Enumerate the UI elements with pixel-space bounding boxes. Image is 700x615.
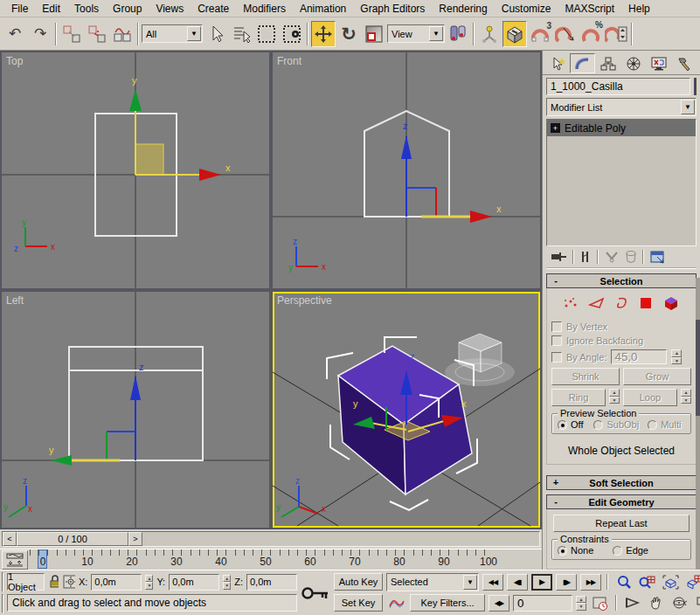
tab-utilities-icon[interactable] (671, 53, 697, 73)
make-unique-icon[interactable] (604, 250, 620, 264)
arc-rotate-icon[interactable] (669, 595, 690, 612)
time-slider-handle[interactable]: 0 / 100 (17, 532, 128, 546)
select-by-name-icon[interactable] (229, 21, 253, 47)
object-name-field[interactable] (546, 78, 690, 95)
select-and-manipulate-icon[interactable] (477, 21, 502, 47)
menu-views[interactable]: Views (149, 2, 190, 16)
z-coord-field[interactable] (246, 574, 297, 591)
chevron-down-icon[interactable]: ▼ (463, 575, 477, 590)
tab-display-icon[interactable] (646, 53, 671, 73)
element-subobject-icon[interactable] (662, 295, 680, 311)
border-subobject-icon[interactable] (615, 296, 629, 310)
redo-icon[interactable]: ↷ (28, 21, 52, 47)
rectangular-selection-region-icon[interactable] (254, 21, 279, 47)
menu-create[interactable]: Create (191, 2, 235, 16)
menu-modifiers[interactable]: Modifiers (237, 2, 292, 16)
panel-scrollbar-thumb[interactable] (696, 320, 700, 416)
menu-edit[interactable]: Edit (36, 2, 66, 16)
menu-customize[interactable]: Customize (496, 2, 558, 16)
collapse-icon[interactable]: - (551, 275, 561, 286)
absolute-offset-toggle-icon[interactable] (62, 574, 75, 590)
menu-graph-editors[interactable]: Graph Editors (354, 2, 431, 16)
use-pivot-center-icon[interactable] (446, 21, 470, 47)
set-key-button[interactable]: Set Key (334, 594, 383, 612)
percent-snap-icon[interactable]: % (579, 21, 603, 47)
stack-item-editable-poly[interactable]: + Editable Poly (547, 120, 696, 136)
zoom-icon[interactable] (613, 574, 634, 591)
viewport-top[interactable]: Top y x y x z (2, 52, 269, 288)
modifier-list-dropdown[interactable]: Modifier List ▼ (546, 98, 697, 116)
tab-hierarchy-icon[interactable] (595, 53, 620, 73)
goto-start-button[interactable]: ◀◀ (482, 574, 503, 591)
menu-maxscript[interactable]: MAXScript (558, 2, 620, 16)
key-step-toggle[interactable]: ◀▶ (489, 595, 509, 612)
modifier-stack[interactable]: + Editable Poly (546, 119, 697, 246)
key-mode-dropdown[interactable]: Selected ▼ (386, 573, 479, 591)
collapse-icon[interactable]: - (551, 496, 561, 507)
select-and-move-icon[interactable] (311, 21, 336, 47)
x-coord-spinner[interactable]: ▲▼ (145, 575, 153, 590)
show-end-result-icon[interactable] (579, 250, 592, 264)
track-bar-ruler[interactable]: 0 10 20 30 40 50 60 70 80 90 100 (30, 549, 542, 569)
key-filters-button[interactable]: Key Filters... (410, 594, 485, 612)
menu-rendering[interactable]: Rendering (433, 2, 493, 16)
edit-geometry-header[interactable]: - Edit Geometry (546, 494, 697, 509)
zoom-extents-all-icon[interactable] (684, 574, 700, 591)
time-slider-next-button[interactable]: > (128, 532, 142, 546)
preview-subobj-radio[interactable] (593, 420, 603, 430)
time-slider-prev-button[interactable]: < (3, 532, 17, 546)
viewport-front[interactable]: Front z x z x y (273, 52, 540, 288)
undo-icon[interactable]: ↶ (3, 21, 27, 47)
preview-off-radio[interactable] (558, 420, 567, 430)
ring-button[interactable]: Ring (551, 389, 606, 406)
select-object-icon[interactable] (204, 21, 228, 47)
repeat-last-button[interactable]: Repeat Last (553, 515, 690, 532)
loop-button[interactable]: Loop (623, 389, 677, 406)
by-angle-checkbox[interactable] (551, 352, 562, 363)
menu-file[interactable]: File (5, 2, 34, 16)
chevron-down-icon[interactable]: ▼ (429, 26, 443, 41)
set-keys-key-icon[interactable] (301, 572, 330, 613)
soft-selection-header[interactable]: + Soft Selection (546, 475, 697, 490)
chevron-down-icon[interactable]: ▼ (681, 100, 695, 114)
panel-scrollbar[interactable] (696, 278, 700, 570)
viewport-perspective-label[interactable]: Perspective (277, 294, 332, 307)
by-angle-spinner[interactable]: ▲▼ (671, 349, 682, 364)
y-coord-field[interactable] (169, 574, 219, 591)
listener-macro-line[interactable] (2, 572, 3, 592)
constraint-edge-radio[interactable] (613, 546, 622, 556)
spinner-snap-icon[interactable] (604, 21, 628, 47)
ring-spinner[interactable]: ▲▼ (609, 389, 620, 404)
zoom-extents-icon[interactable] (661, 574, 681, 591)
edge-subobject-icon[interactable] (588, 296, 606, 310)
x-coord-field[interactable] (91, 574, 142, 591)
loop-spinner[interactable]: ▲▼ (681, 389, 691, 404)
constraint-none-radio[interactable] (558, 546, 567, 556)
snaps-toggle-icon[interactable] (502, 21, 527, 47)
window-crossing-icon[interactable] (280, 21, 304, 47)
by-angle-field[interactable] (611, 349, 667, 364)
vertex-subobject-icon[interactable] (563, 296, 579, 310)
tab-create-icon[interactable] (544, 53, 570, 73)
menu-animation[interactable]: Animation (294, 2, 352, 16)
chevron-down-icon[interactable]: ▼ (187, 26, 201, 41)
current-frame-field[interactable] (513, 595, 572, 612)
remove-modifier-icon[interactable] (625, 250, 637, 264)
configure-modifier-sets-icon[interactable] (649, 250, 667, 264)
object-color-swatch[interactable] (694, 78, 697, 95)
selection-filter-dropdown[interactable]: All ▼ (142, 24, 203, 43)
maximize-viewport-toggle-icon[interactable] (693, 595, 700, 612)
play-button[interactable]: ▶ (531, 574, 552, 591)
next-frame-button[interactable]: ▮▶ (556, 574, 577, 591)
auto-key-button[interactable]: Auto Key (334, 573, 383, 591)
time-configuration-icon[interactable] (590, 595, 610, 612)
select-and-scale-icon[interactable] (362, 21, 386, 47)
pin-stack-icon[interactable] (550, 250, 567, 264)
selection-rollout-header[interactable]: - Selection (546, 273, 697, 288)
tab-modify-icon[interactable] (570, 53, 595, 73)
select-link-icon[interactable] (59, 21, 84, 47)
set-key-mode-icon[interactable] (386, 595, 406, 612)
stack-expand-icon[interactable]: + (551, 123, 560, 133)
select-and-rotate-icon[interactable]: ↻ (336, 21, 361, 47)
goto-end-button[interactable]: ▶▶ (580, 574, 601, 591)
